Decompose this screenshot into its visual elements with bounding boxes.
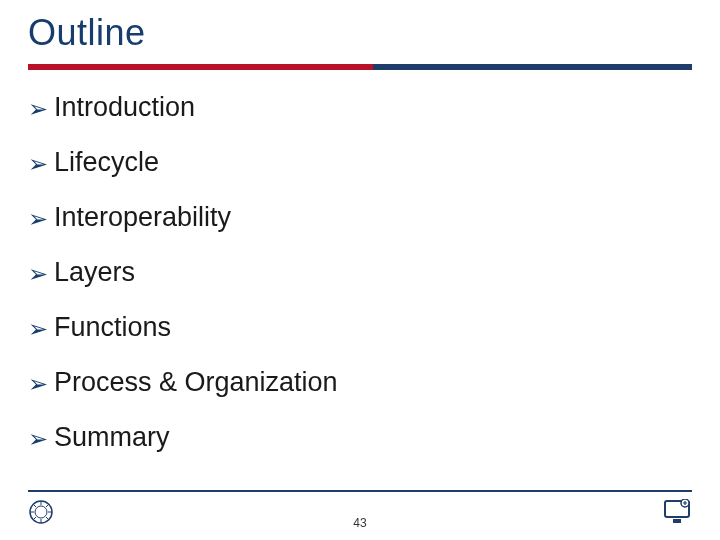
bullet-icon: ➢ — [28, 97, 48, 121]
list-item: ➢ Interoperability — [28, 202, 692, 233]
institution-seal-icon — [28, 499, 54, 525]
slide-title: Outline — [28, 12, 692, 54]
svg-line-9 — [33, 517, 36, 520]
svg-point-1 — [35, 506, 47, 518]
bullet-icon: ➢ — [28, 152, 48, 176]
list-item-label: Summary — [54, 422, 170, 453]
title-block: Outline — [28, 12, 692, 74]
footer-rule — [28, 490, 692, 492]
bullet-list: ➢ Introduction ➢ Lifecycle ➢ Interoperab… — [28, 80, 692, 540]
list-item: ➢ Lifecycle — [28, 147, 692, 178]
bullet-icon: ➢ — [28, 317, 48, 341]
svg-line-6 — [33, 504, 36, 507]
list-item: ➢ Process & Organization — [28, 367, 692, 398]
bullet-icon: ➢ — [28, 427, 48, 451]
slide: Outline ➢ Introduction ➢ Lifecycle ➢ Int… — [0, 0, 720, 540]
bullet-icon: ➢ — [28, 262, 48, 286]
list-item: ➢ Introduction — [28, 92, 692, 123]
svg-rect-11 — [673, 519, 681, 523]
bullet-icon: ➢ — [28, 372, 48, 396]
list-item: ➢ Layers — [28, 257, 692, 288]
page-number: 43 — [353, 516, 366, 530]
list-item-label: Introduction — [54, 92, 195, 123]
underline-blue — [373, 64, 692, 70]
list-item-label: Process & Organization — [54, 367, 338, 398]
list-item-label: Functions — [54, 312, 171, 343]
svg-line-7 — [46, 517, 49, 520]
terminal-icon — [662, 499, 692, 525]
bullet-icon: ➢ — [28, 207, 48, 231]
list-item-label: Lifecycle — [54, 147, 159, 178]
title-underline — [28, 64, 692, 70]
list-item-label: Layers — [54, 257, 135, 288]
svg-line-8 — [46, 504, 49, 507]
list-item-label: Interoperability — [54, 202, 231, 233]
list-item: ➢ Summary — [28, 422, 692, 453]
list-item: ➢ Functions — [28, 312, 692, 343]
